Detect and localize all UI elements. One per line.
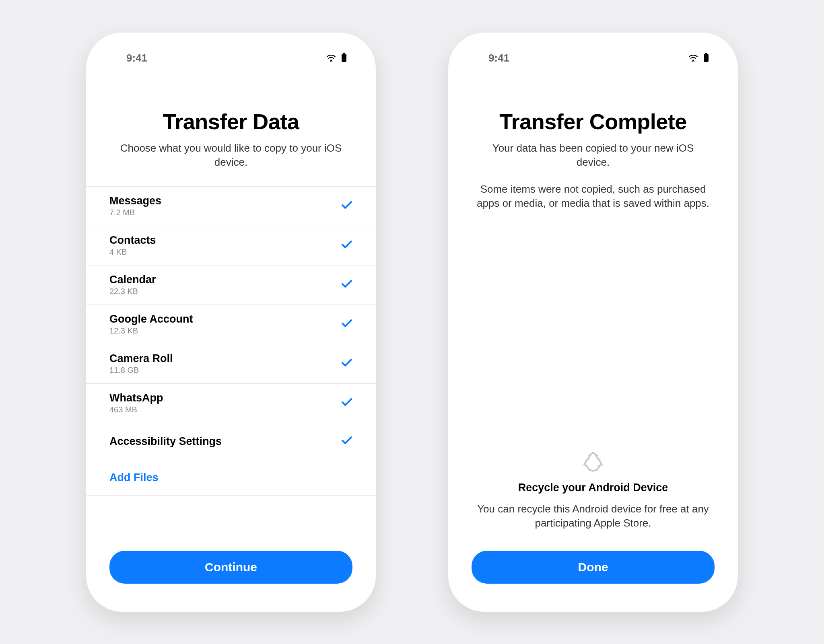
- page-subtitle-secondary: Some items were not copied, such as purc…: [468, 182, 718, 210]
- page-header: Transfer Complete Your data has been cop…: [448, 69, 738, 227]
- svg-rect-4: [704, 54, 709, 62]
- list-item-google-account[interactable]: Google Account 12.3 KB: [86, 305, 376, 344]
- checkmark-icon: [341, 398, 352, 408]
- button-container: Done: [448, 543, 738, 612]
- battery-icon: [702, 52, 710, 64]
- phone-screen-transfer-data: 9:41 Transfer Data Choose what you would…: [86, 33, 376, 612]
- add-files-row[interactable]: Add Files: [86, 460, 376, 496]
- content-area: Transfer Complete Your data has been cop…: [448, 69, 738, 612]
- status-icons: [326, 52, 348, 64]
- list-item-messages[interactable]: Messages 7.2 MB: [86, 187, 376, 226]
- wifi-icon: [688, 53, 698, 63]
- status-time: 9:41: [488, 52, 509, 64]
- list-item-camera-roll[interactable]: Camera Roll 11.8 GB: [86, 344, 376, 384]
- list-item-label: Calendar: [109, 274, 156, 286]
- status-time: 9:41: [126, 52, 147, 64]
- list-item-size: 4 KB: [109, 247, 156, 257]
- spacer: [86, 496, 376, 543]
- phone-screen-transfer-complete: 9:41 Transfer Complete Your data has bee…: [448, 33, 738, 612]
- status-bar: 9:41: [448, 33, 738, 69]
- svg-point-3: [692, 60, 694, 61]
- page-subtitle: Your data has been copied to your new iO…: [468, 141, 718, 169]
- list-item-label: Contacts: [109, 234, 156, 247]
- recycle-title: Recycle your Android Device: [468, 481, 718, 494]
- list-item-size: 11.8 GB: [109, 366, 173, 375]
- list-item-size: 22.3 KB: [109, 287, 156, 296]
- svg-rect-5: [705, 53, 707, 54]
- recycle-text: You can recycle this Android device for …: [468, 502, 718, 530]
- checkmark-icon: [341, 280, 352, 290]
- page-subtitle: Choose what you would like to copy to yo…: [106, 141, 356, 169]
- list-item-whatsapp[interactable]: WhatsApp 463 MB: [86, 384, 376, 423]
- continue-button[interactable]: Continue: [109, 551, 352, 584]
- checkmark-icon: [341, 358, 352, 369]
- status-bar: 9:41: [86, 33, 376, 69]
- button-container: Continue: [86, 543, 376, 612]
- checkmark-icon: [341, 436, 352, 446]
- spacer: [448, 227, 738, 451]
- list-item-label: Camera Roll: [109, 352, 173, 365]
- done-button[interactable]: Done: [472, 551, 715, 584]
- recycle-section: Recycle your Android Device You can recy…: [448, 451, 738, 542]
- checkmark-icon: [341, 319, 352, 329]
- content-area: Transfer Data Choose what you would like…: [86, 69, 376, 612]
- data-type-list: Messages 7.2 MB Contacts 4 KB Calend: [86, 186, 376, 496]
- page-header: Transfer Data Choose what you would like…: [86, 69, 376, 186]
- list-item-size: 463 MB: [109, 405, 163, 414]
- list-item-size: 12.3 KB: [109, 326, 193, 335]
- svg-rect-1: [342, 54, 346, 62]
- list-item-label: Accessibility Settings: [109, 435, 222, 448]
- list-item-calendar[interactable]: Calendar 22.3 KB: [86, 265, 376, 305]
- add-files-link: Add Files: [109, 471, 159, 484]
- page-title: Transfer Data: [106, 109, 356, 134]
- checkmark-icon: [341, 201, 352, 211]
- status-icons: [688, 52, 710, 64]
- list-item-label: Google Account: [109, 313, 193, 325]
- list-item-label: Messages: [109, 195, 161, 207]
- list-item-accessibility[interactable]: Accessibility Settings: [86, 423, 376, 460]
- recycle-icon: [468, 451, 718, 473]
- svg-point-0: [330, 60, 332, 61]
- list-item-contacts[interactable]: Contacts 4 KB: [86, 226, 376, 265]
- page-title: Transfer Complete: [468, 109, 718, 134]
- battery-icon: [340, 52, 348, 64]
- list-item-label: WhatsApp: [109, 392, 163, 404]
- list-item-size: 7.2 MB: [109, 208, 161, 217]
- checkmark-icon: [341, 240, 352, 251]
- wifi-icon: [326, 53, 336, 63]
- svg-rect-2: [343, 53, 345, 54]
